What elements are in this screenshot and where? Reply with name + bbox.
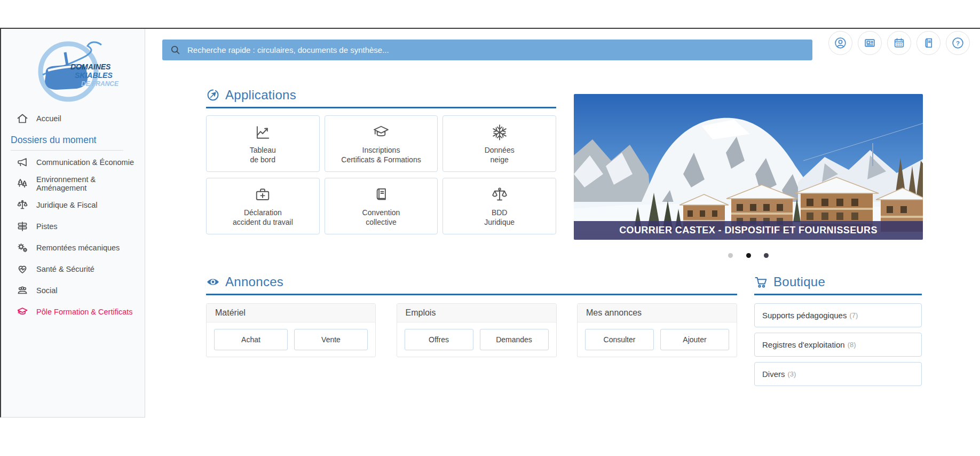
boutique-item-divers[interactable]: Divers (3) (754, 362, 922, 386)
panel-title: Mes annonces (578, 304, 737, 323)
sidebar-item-pistes[interactable]: Pistes (1, 216, 145, 237)
boutique-item-registres-exploitation[interactable]: Registres d'exploitation (8) (754, 333, 922, 357)
megaphone-icon (16, 156, 29, 169)
sidebar-item-label: Environnement & Aménagement (36, 175, 145, 192)
tile-label: Conventioncollective (362, 208, 400, 227)
tile-label: InscriptionsCertificats & Formations (341, 146, 421, 164)
people-icon (16, 284, 29, 297)
boutique-title: Boutique (773, 274, 825, 289)
panel-title: Matériel (207, 304, 375, 323)
snowflake-icon (490, 123, 509, 142)
applications-header: Applications (206, 88, 556, 108)
help-icon: ? (951, 36, 965, 50)
item-count: (3) (788, 370, 796, 378)
mountain-chalets-photo (574, 94, 923, 240)
calendar-button[interactable] (887, 31, 911, 55)
offres-button[interactable]: Offres (405, 329, 473, 350)
sidebar: DOMAINES SKIABLES DE FRANCE Accueil Doss… (0, 29, 145, 418)
tile-inscriptions-certificats-formations[interactable]: InscriptionsCertificats & Formations (325, 115, 438, 172)
applications-title: Applications (225, 88, 296, 103)
scales-icon (490, 185, 509, 205)
line-chart-icon (253, 123, 272, 142)
carousel-dot-1[interactable] (728, 253, 733, 258)
first-aid-icon (253, 185, 272, 205)
sidebar-item-sante-securite[interactable]: Santé & Sécurité (1, 258, 145, 280)
sidebar-item-accueil[interactable]: Accueil (1, 108, 145, 129)
gears-icon (16, 241, 29, 254)
tile-label: Tableaude bord (250, 146, 276, 164)
graduation-cap-icon (372, 123, 391, 142)
tile-convention-collective[interactable]: Conventioncollective (325, 178, 438, 234)
sidebar-nav: Accueil Dossiers du moment Communication… (1, 108, 145, 323)
carousel-slide[interactable]: COURRIER CASTEX - DISPOSITIF ET FOURNISS… (574, 94, 923, 240)
achat-button[interactable]: Achat (214, 329, 288, 350)
boutique-item-supports-pedagogiques[interactable]: Supports pédagogiques (7) (754, 303, 922, 327)
account-button[interactable] (828, 31, 852, 55)
help-button[interactable]: ? (946, 31, 970, 55)
search-icon (170, 44, 181, 56)
sidebar-item-label: Pistes (36, 222, 58, 231)
tile-declaration-accident-travail[interactable]: Déclarationaccident du travail (206, 178, 320, 234)
sidebar-divider (11, 150, 123, 151)
calendar-icon (892, 36, 906, 50)
graduation-cap-icon (16, 305, 29, 318)
library-icon (922, 36, 935, 50)
logo-line1: DOMAINES (70, 62, 111, 71)
tile-label: Déclarationaccident du travail (233, 208, 293, 227)
header-icon-buttons: ? (828, 31, 970, 55)
item-count: (8) (848, 341, 856, 349)
account-icon (834, 36, 847, 50)
app-launch-icon (206, 88, 220, 102)
boutique-section: Boutique Supports pédagogiques (7) Regis… (754, 274, 922, 391)
sidebar-item-label: Pôle Formation & Certificats (36, 308, 133, 316)
panel-materiel: Matériel Achat Vente (206, 303, 376, 357)
logo-line2: SKIABLES (75, 71, 113, 80)
consulter-button[interactable]: Consulter (585, 329, 654, 350)
news-icon (863, 36, 876, 50)
sidebar-item-communication-economie[interactable]: Communication & Économie (1, 152, 145, 173)
sidebar-item-pole-formation-certificats[interactable]: Pôle Formation & Certificats (1, 301, 145, 323)
carousel-dot-3[interactable] (764, 253, 769, 258)
sidebar-item-label: Juridique & Fiscal (36, 201, 97, 209)
svg-text:?: ? (956, 40, 960, 46)
sidebar-item-label: Santé & Sécurité (36, 265, 94, 273)
cart-icon (754, 275, 768, 289)
demandes-button[interactable]: Demandes (480, 329, 549, 350)
sidebar-item-social[interactable]: Social (1, 280, 145, 301)
library-button[interactable] (916, 31, 941, 55)
trees-icon (16, 177, 29, 190)
sidebar-item-label: Accueil (36, 114, 61, 123)
heart-pulse-icon (16, 263, 29, 276)
sidebar-item-juridique-fiscal[interactable]: Juridique & Fiscal (1, 194, 145, 216)
search-bar (162, 40, 812, 60)
ajouter-button[interactable]: Ajouter (660, 329, 729, 350)
news-button[interactable] (858, 31, 882, 55)
cable-car-logo-icon: DOMAINES SKIABLES DE FRANCE (21, 33, 128, 108)
scales-icon (16, 199, 29, 211)
carousel-dot-2[interactable] (746, 253, 751, 258)
sidebar-item-label: Social (36, 286, 58, 295)
annonces-section: Annonces Matériel Achat Vente Emplois Of… (206, 274, 737, 357)
dsf-logo[interactable]: DOMAINES SKIABLES DE FRANCE (21, 33, 128, 108)
search-input[interactable] (187, 45, 812, 54)
home-icon (16, 112, 29, 125)
vente-button[interactable]: Vente (294, 329, 368, 350)
panel-title: Emplois (397, 304, 556, 323)
sidebar-section-title: Dossiers du moment (1, 129, 145, 150)
eye-icon (206, 275, 220, 289)
tile-tableau-de-bord[interactable]: Tableaude bord (206, 115, 320, 172)
tile-donnees-neige[interactable]: Donnéesneige (442, 115, 556, 172)
tile-label: BDDJuridique (484, 208, 515, 227)
panel-emplois: Emplois Offres Demandes (397, 303, 557, 357)
annonces-header: Annonces (206, 274, 737, 295)
boutique-items: Supports pédagogiques (7) Registres d'ex… (754, 303, 922, 386)
top-divider (0, 28, 980, 29)
tile-bdd-juridique[interactable]: BDDJuridique (442, 178, 556, 234)
sidebar-item-remontees-mecaniques[interactable]: Remontées mécaniques (1, 237, 145, 258)
annonces-title: Annonces (225, 274, 283, 289)
tile-label: Donnéesneige (485, 146, 515, 164)
panel-mes-annonces: Mes annonces Consulter Ajouter (577, 303, 737, 357)
carousel-caption: COURRIER CASTEX - DISPOSITIF ET FOURNISS… (574, 221, 923, 240)
sidebar-item-label: Communication & Économie (36, 158, 134, 167)
sidebar-item-environnement-amenagement[interactable]: Environnement & Aménagement (1, 173, 145, 194)
